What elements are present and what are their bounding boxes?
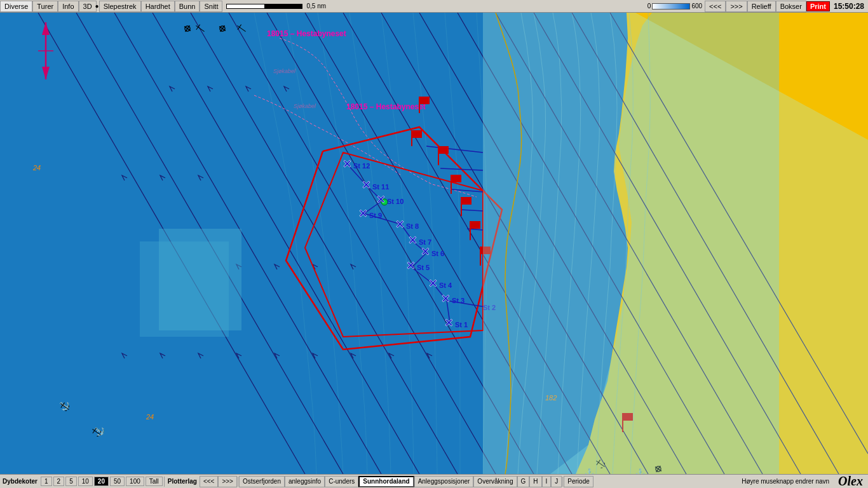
map-label-1: 18015 – Hestabyneset	[267, 29, 346, 38]
svg-line-56	[461, 210, 483, 211]
svg-text:St 5: St 5	[417, 264, 430, 271]
hardhet-button[interactable]: Hardhet	[141, 1, 175, 12]
svg-marker-39	[42, 22, 50, 35]
depth-gradient	[652, 3, 690, 10]
depth-50-button[interactable]: 50	[110, 477, 125, 486]
svg-text:St 3: St 3	[452, 297, 465, 304]
svg-rect-74	[419, 97, 430, 104]
depth-label-24b: 24	[146, 413, 154, 421]
svg-rect-68	[470, 221, 480, 229]
svg-text:×: ×	[445, 315, 453, 330]
scale-right	[264, 4, 302, 8]
cable-label-2: Sjøkabel	[294, 103, 316, 109]
sunnhordaland-button[interactable]: Sunnhordaland	[358, 476, 414, 487]
svg-marker-40	[42, 67, 50, 79]
svg-line-53	[426, 146, 483, 152]
bottom-toolbar: Dybdekoter 1 2 5 10 20 50 100 Tall Plott…	[0, 474, 868, 488]
depth-tall-button[interactable]: Tall	[146, 477, 163, 486]
depth-1-button[interactable]: 1	[41, 477, 52, 486]
olex-logo: Olex	[833, 474, 868, 488]
depth-start: 0	[648, 3, 651, 10]
sep-3	[562, 477, 563, 487]
bokser-button[interactable]: Bokser	[776, 1, 806, 12]
depth-5-button[interactable]: 5	[65, 477, 77, 486]
overvaking-button[interactable]: Overvåkning	[473, 476, 517, 487]
nav-fwd-button[interactable]: >>>	[726, 1, 747, 12]
svg-rect-37	[140, 241, 229, 337]
shallow-tint	[483, 13, 868, 474]
dybdekoter-label: Dybdekoter	[0, 478, 40, 485]
plotterlag-back-button[interactable]: <<<	[200, 476, 219, 487]
3d-button[interactable]: 3D	[79, 1, 97, 12]
scale-left	[227, 4, 264, 8]
scale-bar: 0,5 nm	[222, 1, 647, 12]
scale-ruler-container: 0,5 nm	[226, 3, 326, 10]
anleggsinfo-button[interactable]: anleggsinfo	[285, 476, 325, 487]
svg-text:St 10: St 10	[387, 198, 403, 205]
svg-text:×: ×	[407, 257, 415, 273]
svg-text:×: ×	[343, 156, 351, 172]
depth-end: 600	[691, 3, 702, 10]
svg-text:×: ×	[429, 275, 437, 291]
cable-label-1: Sjøkabel	[273, 68, 296, 74]
depth-2-button[interactable]: 2	[53, 477, 65, 486]
plotterlag-fwd-button[interactable]: >>>	[218, 476, 237, 487]
svg-text:×: ×	[362, 177, 370, 193]
svg-text:×: ×	[409, 232, 417, 248]
relief-button[interactable]: Relieff	[747, 1, 776, 12]
svg-line-57	[467, 229, 483, 230]
depth-range: 0 600	[648, 3, 702, 10]
print-button[interactable]: Print	[806, 1, 830, 11]
plotterlag-label: Plotterlag	[165, 478, 200, 485]
turer-button[interactable]: Turer	[32, 1, 58, 12]
anleggsposisjoner-button[interactable]: Anleggsposisjoner	[414, 476, 474, 487]
time-display: 15:50:28	[830, 2, 868, 11]
svg-text:St 9: St 9	[369, 212, 382, 219]
depth-20-button[interactable]: 20	[94, 477, 109, 486]
svg-text:×: ×	[377, 191, 385, 207]
svg-line-29	[238, 25, 241, 30]
stations-group: × St 12 × St 11 × St 10 × St 9 × St 8	[343, 156, 496, 330]
status-text: Høyre museknapp endrer navn	[738, 478, 833, 485]
svg-text:×: ×	[359, 205, 367, 221]
svg-text:St 1: St 1	[455, 321, 468, 329]
svg-rect-66	[461, 197, 471, 205]
g-button[interactable]: G	[517, 476, 530, 487]
svg-text:⚓: ⚓	[57, 398, 72, 413]
svg-text:St 11: St 11	[372, 183, 389, 191]
svg-text:×: ×	[421, 243, 430, 259]
sep-2	[238, 477, 238, 487]
svg-text:St 4: St 4	[439, 281, 452, 289]
svg-rect-64	[451, 175, 461, 182]
svg-text:St 6: St 6	[431, 250, 444, 257]
deep-contours	[254, 13, 487, 474]
svg-text:×: ×	[396, 216, 404, 232]
sep-1	[164, 477, 165, 487]
top-toolbar: Diverse Turer Info 3D ● Slepestrek Hardh…	[0, 0, 868, 13]
svg-rect-62	[438, 146, 449, 154]
scale-ruler	[226, 4, 302, 9]
periode-button[interactable]: Periode	[564, 476, 593, 487]
h-button[interactable]: H	[529, 476, 541, 487]
map-area: ⚓ ⚓ ⚓ ⚓	[0, 13, 868, 474]
diverse-button[interactable]: Diverse	[0, 1, 32, 12]
depth-10-button[interactable]: 10	[78, 477, 93, 486]
i-button[interactable]: I	[542, 476, 552, 487]
depth-100-button[interactable]: 100	[126, 477, 144, 486]
nav-back-button[interactable]: <<<	[705, 1, 726, 12]
map-label-2: 18015 – Hestabyneset	[346, 102, 426, 111]
svg-line-5	[229, 13, 496, 474]
depth-label-24: 24	[32, 164, 41, 172]
bunn-button[interactable]: Bunn	[175, 1, 200, 12]
svg-rect-60	[412, 130, 422, 138]
north-arrow	[38, 22, 53, 79]
j-button[interactable]: J	[551, 476, 562, 487]
ostserfjorden-button[interactable]: Ostserfjorden	[239, 476, 285, 487]
snitt-button[interactable]: Snitt	[200, 1, 222, 12]
scale-label: 0,5 nm	[306, 3, 326, 10]
slepestrek-button[interactable]: Slepestrek	[99, 1, 141, 12]
info-button[interactable]: Info	[58, 1, 78, 12]
c-unders-button[interactable]: C-unders	[325, 476, 358, 487]
svg-text:St 8: St 8	[406, 222, 419, 230]
svg-text:×: ×	[442, 290, 450, 306]
